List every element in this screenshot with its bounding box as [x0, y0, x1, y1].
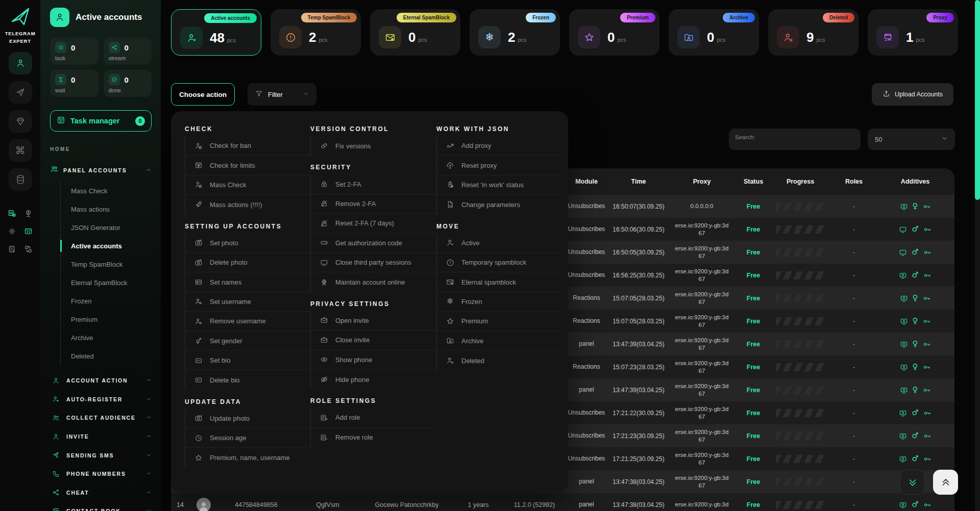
menu-item-reset-proxy[interactable]: Reset proxy — [437, 156, 561, 175]
scroll-to-bottom-button[interactable] — [900, 470, 925, 495]
menu-item-hide-phone[interactable]: Hide phone — [311, 370, 436, 389]
mini-button-clipboard-check[interactable] — [7, 244, 17, 254]
menu-item-remove-username[interactable]: Remove username — [185, 312, 310, 331]
sidebar-item-home[interactable]: HOME — [50, 146, 152, 152]
menu-item-eternal-spamblock[interactable]: Eternal spamblock — [437, 272, 561, 292]
table-header-proxy: Proxy — [669, 178, 734, 185]
menu-item-set-photo[interactable]: Set photo — [185, 234, 310, 253]
table-row[interactable]: 14447584849856QgfVsmGocewu Patoncchrkby1… — [171, 493, 954, 511]
menu-item-remove-role[interactable]: Remove role — [311, 428, 436, 447]
rail-button-command[interactable]: ⌘ — [9, 139, 32, 162]
choose-action-button[interactable]: Choose action — [171, 83, 235, 106]
row-module: Unsubscribes — [567, 432, 606, 440]
sidebar-section-invite[interactable]: INVITE — [50, 427, 152, 446]
sidebar-section-phone-numbers[interactable]: PHONE NUMBERS — [50, 465, 152, 483]
menu-item-show-phone[interactable]: Show phone — [311, 350, 436, 370]
sidebar-item-temp-spamblock[interactable]: Temp SpamBlock — [71, 255, 152, 273]
sidebar-item-frozen[interactable]: Frozen — [71, 292, 152, 310]
rail-button-person[interactable] — [9, 52, 32, 74]
command-icon: ⌘ — [15, 145, 26, 156]
menu-item-session-age[interactable]: Session age — [185, 428, 310, 448]
menu-item-check-for-ban[interactable]: Check for ban — [185, 136, 310, 156]
menu-item-get-authorization-code[interactable]: Get authorization code — [311, 234, 436, 253]
sidebar-section-cheat[interactable]: CHEAT — [50, 483, 152, 502]
sidebar-section-contact-book[interactable]: CONTACT BOOK — [50, 502, 152, 511]
mini-button-swap-boxes[interactable] — [23, 244, 34, 254]
sidebar-section-account-action[interactable]: ACCOUNT ACTION — [50, 371, 152, 390]
filter-button[interactable]: Filter — [248, 83, 316, 106]
menu-item-remove-2-fa[interactable]: Remove 2-FA — [311, 194, 436, 214]
sidebar-section-sending-sms[interactable]: SENDING SMS — [50, 446, 152, 465]
menu-item-add-role[interactable]: Add role — [311, 408, 436, 427]
sidebar-item-deleted[interactable]: Deleted — [71, 347, 152, 365]
upload-accounts-button[interactable]: Upload Accounts — [872, 83, 953, 106]
menu-item-delete-photo[interactable]: Delete photo — [185, 253, 310, 272]
rail-button-database[interactable] — [9, 168, 32, 191]
progress-placeholder — [776, 317, 825, 325]
menu-item-temporary-spamblock[interactable]: Temporary spamblock — [437, 253, 561, 272]
sidebar-item-active-accounts[interactable]: Active accounts — [71, 237, 152, 255]
menu-item-set-gender[interactable]: Set gender — [185, 331, 310, 351]
status-card-temp-spamblock[interactable]: Temp SpamBlock2pcs — [271, 9, 361, 56]
menu-item-change-parameters[interactable]: JSONChange parameters — [437, 195, 561, 214]
menu-item-check-for-limits[interactable]: Check for limits — [185, 156, 310, 175]
page-size-select[interactable]: 50 — [868, 129, 955, 150]
status-card-premium[interactable]: Premium0pcs — [569, 9, 659, 56]
sidebar-section-collect-audience[interactable]: COLLECT AUDIENCE — [50, 408, 152, 427]
menu-item-archive[interactable]: Archive — [437, 331, 561, 351]
sidebar-item-json-generator[interactable]: JSON Generator — [71, 218, 152, 237]
row-proxy-cell: erse.io:9200:y-gb:3d 67 — [669, 474, 734, 490]
menu-item-delete-bio[interactable]: A×Delete bio — [185, 370, 310, 390]
mini-button-gear[interactable] — [7, 226, 17, 236]
rail-button-gem[interactable] — [9, 110, 32, 133]
menu-item-fix-versions[interactable]: Fix versions — [311, 136, 436, 156]
person-minus-icon — [194, 317, 203, 325]
menu-item-premium-name-username[interactable]: Premium, name, username — [185, 448, 310, 467]
status-card-active-accounts[interactable]: Active accounts48pcs — [171, 9, 261, 56]
menu-item-set-2-fa[interactable]: Set 2-FA — [311, 174, 436, 194]
menu-item-reset-2-fa-7-days[interactable]: Reset 2-FA (7 days) — [311, 214, 436, 233]
menu-item-set-username[interactable]: Set username — [185, 292, 310, 312]
double-chevron-down-icon — [907, 477, 918, 488]
search-input[interactable] — [735, 134, 854, 140]
menu-item-frozen[interactable]: ❄Frozen — [437, 292, 561, 312]
menu-item-active[interactable]: Active — [437, 234, 561, 253]
sidebar-section-panel-accounts[interactable]: PANEL ACCOUNTS — [50, 165, 152, 175]
status-card-proxy[interactable]: Proxy1pcs — [868, 9, 958, 56]
sidebar-item-eternal-spamblock[interactable]: Eternal SpamBlock — [71, 273, 152, 292]
menu-item-reset-in-work-status[interactable]: Reset 'in work' status — [437, 175, 561, 195]
sidebar-item-archive[interactable]: Archive — [71, 328, 152, 347]
sidebar-section-auto-register[interactable]: AUTO-REGISTER — [50, 390, 152, 409]
mini-button-server-check[interactable] — [7, 208, 17, 218]
menu-item-mass-actions[interactable]: Mass actions (!!!!) — [185, 195, 310, 214]
menu-item-close-third-party-sessions[interactable]: Close third party sessions — [311, 253, 436, 272]
menu-item-open-invite[interactable]: Open invite — [311, 311, 436, 330]
menu-item-label: Show phone — [335, 356, 372, 364]
task-manager-button[interactable]: Task manager 0 — [50, 110, 152, 132]
card-count: 48 — [210, 30, 225, 46]
menu-item-set-bio[interactable]: A=Set bio — [185, 351, 310, 370]
scroll-to-top-button[interactable] — [933, 470, 958, 495]
scrollbar-thumb[interactable] — [975, 0, 980, 200]
menu-item-update-photo[interactable]: Update photo — [185, 409, 310, 428]
mini-button-user-cam[interactable] — [23, 208, 34, 218]
menu-item-premium[interactable]: Premium — [437, 312, 561, 331]
menu-item-deleted[interactable]: Deleted — [437, 351, 561, 370]
status-card-deleted[interactable]: Deleted9pcs — [768, 9, 859, 56]
status-card-eternal-spamblock[interactable]: Eternal SpamBlock0pcs — [370, 9, 460, 56]
menu-item-maintain-account-online[interactable]: Maintain account online — [311, 272, 436, 292]
status-card-archive[interactable]: Archive0pcs — [669, 9, 759, 56]
row-roles: - — [828, 318, 879, 325]
menu-item-close-invite[interactable]: Close invite — [311, 330, 436, 350]
sidebar-item-premium[interactable]: Premium — [71, 310, 152, 328]
sidebar-item-mass-check[interactable]: Mass Check — [71, 182, 152, 200]
row-proxy-cell: 0.0.0.0:0 — [669, 202, 734, 210]
sidebar-item-mass-actions[interactable]: Mass actions — [71, 200, 152, 218]
status-card-frozen[interactable]: Frozen❄2pcs — [470, 9, 560, 56]
rail-button-paper-plane[interactable] — [9, 81, 32, 104]
mini-button-code-window[interactable] — [23, 226, 34, 236]
menu-item-add-proxy[interactable]: Add proxy — [437, 136, 561, 156]
menu-item-mass-check[interactable]: Mass Check — [185, 175, 310, 195]
menu-section-title: WORK WITH JSON — [436, 125, 561, 133]
menu-item-set-names[interactable]: Set names — [185, 272, 310, 292]
